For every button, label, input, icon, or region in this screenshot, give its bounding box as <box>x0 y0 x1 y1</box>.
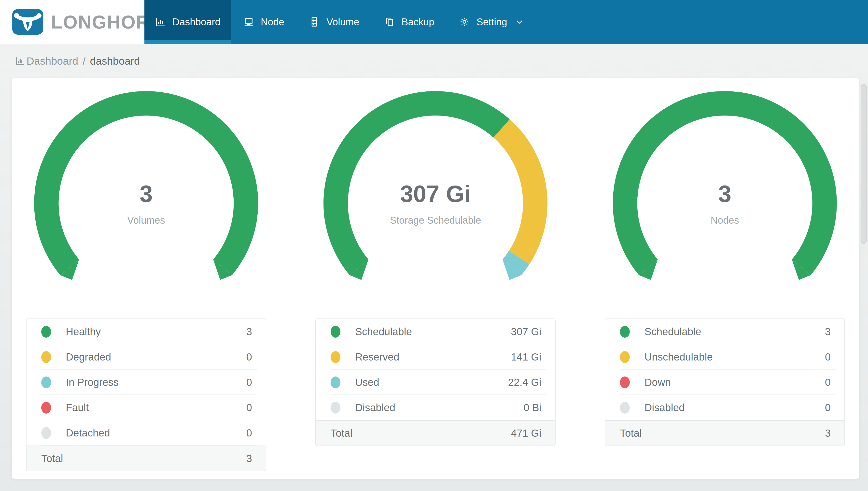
table-row: Down 0 <box>605 370 844 395</box>
table-row: Unschedulable 0 <box>605 344 844 370</box>
storage-legend-table: Schedulable 307 Gi Reserved 141 Gi Used … <box>315 318 556 446</box>
status-value: 0 Bi <box>524 402 541 413</box>
bar-chart-icon <box>15 56 25 66</box>
status-value: 0 <box>246 351 252 363</box>
status-value: 22.4 Gi <box>508 376 541 388</box>
status-dot <box>41 402 51 413</box>
status-dot <box>331 326 340 338</box>
chevron-down-icon <box>515 18 524 26</box>
table-row: Reserved 141 Gi <box>316 344 555 370</box>
status-dot <box>331 376 340 388</box>
table-row: Disabled 0 <box>605 395 844 420</box>
table-total-row: Total 3 <box>27 445 266 471</box>
nav-item-label: Setting <box>476 17 507 28</box>
nodes-count: 3 <box>612 180 837 207</box>
status-label: Schedulable <box>645 326 825 338</box>
breadcrumb: Dashboard / dashboard <box>0 44 868 78</box>
bar-chart-icon <box>155 16 166 28</box>
nodes-legend-table: Schedulable 3 Unschedulable 0 Down 0 Dis… <box>605 318 845 446</box>
status-dot <box>620 351 630 363</box>
nav-item-setting[interactable]: Setting <box>446 0 536 44</box>
table-row: Used 22.4 Gi <box>316 370 555 395</box>
breadcrumb-separator: / <box>83 55 86 67</box>
status-label: Fault <box>66 402 246 413</box>
breadcrumb-section[interactable]: Dashboard <box>27 55 78 67</box>
status-dot <box>331 402 340 413</box>
volumes-column: 3 Volumes Healthy 3 Degraded 0 In Progr <box>26 90 266 471</box>
storage-column: 307 Gi Storage Schedulable Schedulable 3… <box>315 90 556 471</box>
longhorn-logo[interactable]: LONGHORN <box>0 0 145 44</box>
table-row: Healthy 3 <box>27 319 266 344</box>
status-label: In Progress <box>66 376 246 388</box>
storage-amount: 307 Gi <box>323 180 548 207</box>
status-label: Unschedulable <box>645 351 825 363</box>
table-row: Fault 0 <box>27 395 266 420</box>
nav-item-node[interactable]: Node <box>231 0 297 44</box>
status-dot <box>331 351 340 363</box>
table-row: Schedulable 307 Gi <box>316 319 555 344</box>
volumes-label: Volumes <box>34 215 259 226</box>
nav-item-label: Node <box>261 17 284 28</box>
storage-label: Storage Schedulable <box>323 215 548 226</box>
top-navbar: LONGHORN Dashboard Node <box>0 0 868 44</box>
nav-item-volume[interactable]: Volume <box>297 0 371 44</box>
vertical-scrollbar[interactable] <box>861 84 867 244</box>
volumes-legend-table: Healthy 3 Degraded 0 In Progress 0 Fault… <box>26 318 266 471</box>
status-dot <box>620 402 630 413</box>
status-label: Schedulable <box>355 326 511 338</box>
storage-gauge: 307 Gi Storage Schedulable <box>323 90 548 284</box>
status-label: Healthy <box>66 326 246 338</box>
table-total-row: Total 3 <box>605 420 844 445</box>
status-label: Down <box>645 376 825 388</box>
status-label: Used <box>355 376 508 388</box>
status-value: 0 <box>246 402 252 413</box>
status-value: 0 <box>246 427 252 439</box>
volumes-gauge: 3 Volumes <box>34 90 259 284</box>
server-stack-icon <box>309 16 320 28</box>
status-label: Disabled <box>355 402 524 413</box>
total-label: Total <box>331 427 511 439</box>
nav-menu: Dashboard Node Volume <box>145 0 536 44</box>
status-value: 0 <box>825 351 831 363</box>
bull-icon <box>12 9 43 35</box>
status-value: 141 Gi <box>511 351 541 363</box>
copy-pages-icon <box>384 16 395 28</box>
status-label: Detached <box>66 427 246 439</box>
table-row: Disabled 0 Bi <box>316 395 555 420</box>
nav-item-backup[interactable]: Backup <box>372 0 446 44</box>
table-row: Degraded 0 <box>27 344 266 370</box>
status-value: 3 <box>246 326 252 338</box>
table-row: Schedulable 3 <box>605 319 844 344</box>
status-dot <box>41 376 51 388</box>
table-row: Detached 0 <box>27 420 266 445</box>
status-dot <box>620 326 630 338</box>
nav-item-label: Dashboard <box>173 17 221 28</box>
nav-item-label: Volume <box>327 17 359 28</box>
status-value: 0 <box>825 402 831 413</box>
total-value: 3 <box>825 427 831 439</box>
total-label: Total <box>41 453 246 464</box>
nav-item-label: Backup <box>402 17 434 28</box>
total-value: 3 <box>246 453 252 464</box>
volumes-count: 3 <box>34 180 259 207</box>
total-value: 471 Gi <box>511 427 541 439</box>
laptop-icon <box>243 16 254 28</box>
status-value: 0 <box>246 376 252 388</box>
nodes-label: Nodes <box>612 215 837 226</box>
status-dot <box>41 326 51 338</box>
nodes-column: 3 Nodes Schedulable 3 Unschedulable 0 D <box>605 90 845 471</box>
table-row: In Progress 0 <box>27 370 266 395</box>
breadcrumb-current-page: dashboard <box>90 55 140 67</box>
status-value: 3 <box>825 326 831 338</box>
nav-item-dashboard[interactable]: Dashboard <box>145 0 231 44</box>
table-total-row: Total 471 Gi <box>316 420 555 445</box>
nodes-gauge: 3 Nodes <box>612 90 837 284</box>
status-value: 0 <box>825 376 831 388</box>
status-dot <box>620 376 630 388</box>
status-label: Degraded <box>66 351 246 363</box>
total-label: Total <box>620 427 825 439</box>
status-value: 307 Gi <box>511 326 541 338</box>
status-label: Disabled <box>645 402 825 413</box>
status-label: Reserved <box>355 351 511 363</box>
status-dot <box>41 351 51 363</box>
